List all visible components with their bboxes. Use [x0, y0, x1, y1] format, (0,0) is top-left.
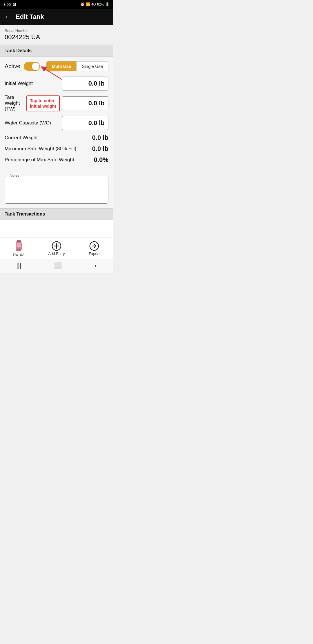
menu-button[interactable]: ||| — [16, 262, 21, 269]
serial-number-label: Serial Number — [5, 28, 108, 33]
tooltip-line1: Tap to enter — [30, 98, 54, 103]
notes-section: Notes — [0, 173, 113, 208]
tare-weight-row: Tare Weight (TW) Tap to enter initial we… — [5, 95, 108, 112]
current-weight-label: Current Weight — [5, 135, 79, 141]
serial-number-value: 0024225 UA — [5, 33, 108, 41]
tank-transactions-body — [0, 220, 113, 237]
back-sys-button[interactable]: ‹ — [94, 262, 97, 269]
system-nav: ||| ⬜ ‹ — [0, 259, 113, 273]
initial-weight-input-wrapper — [62, 77, 108, 91]
water-capacity-row: Water Capacity (WC) — [5, 116, 108, 130]
use-type-toggle: Multi Use Single Use — [46, 61, 108, 71]
signal-label: 4G — [91, 2, 96, 6]
tooltip-box: Tap to enter initial weight — [26, 95, 60, 111]
active-use-type-row: Active Multi Use Single Use — [5, 61, 108, 71]
toggle-knob — [32, 63, 39, 70]
wifi-icon: 📶 — [86, 2, 90, 6]
status-bar: 3:00 🖼 ⏰ 📶 4G 82% 🔋 — [0, 0, 113, 9]
bottom-nav: R410A Add Entry Export — [0, 237, 113, 259]
page-title: Edit Tank — [16, 13, 44, 21]
status-left: 3:00 🖼 — [3, 2, 16, 7]
max-safe-weight-label: Maximum Safe Weight (80% Fill) — [5, 146, 79, 152]
notes-textarea[interactable] — [8, 179, 105, 199]
current-weight-row: Current Weight 0.0 lb — [5, 134, 108, 142]
max-safe-weight-value: 0.0 lb — [79, 145, 108, 153]
initial-weight-label: Initial Weight — [5, 81, 62, 86]
svg-rect-3 — [17, 241, 21, 242]
tare-weight-wrapper: Tap to enter initial weight — [26, 95, 108, 111]
nav-export[interactable]: Export — [83, 241, 106, 256]
percentage-row: Percentage of Max Safe Weight 0.0% — [5, 156, 108, 164]
home-button[interactable]: ⬜ — [54, 262, 62, 269]
current-weight-value: 0.0 lb — [79, 134, 108, 142]
battery-icon: 🔋 — [105, 2, 110, 6]
cylinder-icon — [14, 240, 24, 252]
svg-rect-6 — [17, 243, 21, 247]
tank-transactions-header: Tank Transactions — [0, 208, 113, 220]
active-label: Active — [5, 63, 20, 70]
percentage-label: Percentage of Max Safe Weight — [5, 157, 79, 163]
single-use-button[interactable]: Single Use — [77, 61, 108, 71]
time: 3:00 — [3, 2, 11, 7]
active-toggle[interactable] — [24, 62, 40, 71]
active-toggle-group: Active — [5, 62, 40, 71]
max-safe-weight-row: Maximum Safe Weight (80% Fill) 0.0 lb — [5, 145, 108, 153]
notes-label: Notes — [8, 173, 21, 178]
notes-field-container[interactable]: Notes — [5, 176, 108, 204]
tare-weight-input[interactable] — [62, 96, 108, 110]
status-right: ⏰ 📶 4G 82% 🔋 — [80, 2, 110, 6]
battery-label: 82% — [97, 2, 104, 6]
nav-add-entry[interactable]: Add Entry — [45, 241, 68, 256]
back-button[interactable]: ← — [5, 13, 11, 21]
water-capacity-label: Water Capacity (WC) — [5, 120, 62, 126]
serial-number-section: Serial Number 0024225 UA — [0, 25, 113, 45]
water-capacity-input[interactable] — [62, 116, 108, 130]
tooltip-line2: initial weight — [30, 104, 56, 108]
export-icon — [89, 241, 99, 251]
initial-weight-row: Initial Weight — [5, 77, 108, 91]
percentage-value: 0.0% — [79, 156, 108, 164]
nav-r410a[interactable]: R410A — [7, 240, 30, 257]
nav-export-label: Export — [89, 252, 100, 256]
multi-use-button[interactable]: Multi Use — [47, 61, 77, 71]
add-entry-icon — [52, 241, 61, 251]
svg-point-5 — [16, 249, 22, 251]
tank-details-header: Tank Details — [0, 45, 113, 57]
tank-details-section: Active Multi Use Single Use Initial Weig… — [0, 57, 113, 173]
tare-weight-label: Tare Weight (TW) — [5, 95, 26, 112]
initial-weight-input[interactable] — [62, 77, 108, 91]
photo-icon: 🖼 — [12, 2, 16, 7]
alarm-icon: ⏰ — [80, 2, 85, 6]
toolbar: ← Edit Tank — [0, 9, 113, 25]
nav-r410a-label: R410A — [13, 253, 25, 257]
nav-add-entry-label: Add Entry — [48, 252, 65, 256]
